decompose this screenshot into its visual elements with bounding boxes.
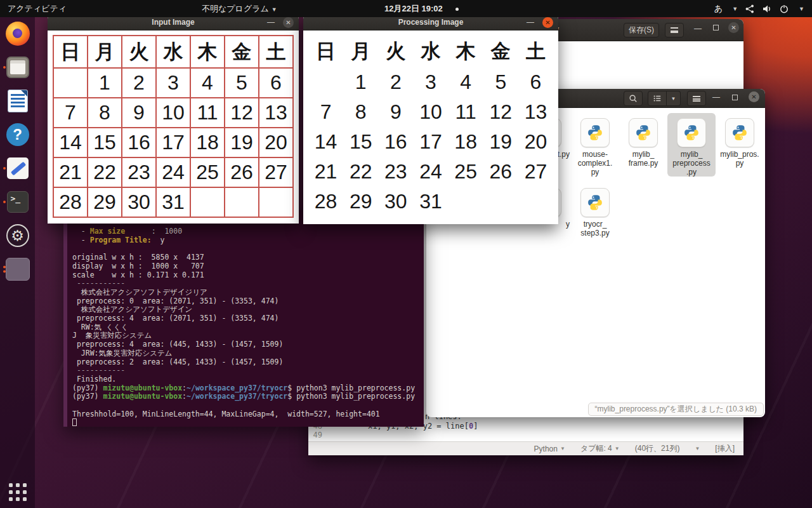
input-method-indicator[interactable]: あ	[714, 3, 723, 15]
calendar-date-cell: 22	[343, 157, 378, 187]
dock-item-files[interactable]	[4, 55, 32, 80]
gedit-maximize-button[interactable]	[713, 25, 719, 30]
calendar-date-cell: 19	[225, 128, 259, 157]
calendar-date-cell: 11	[190, 98, 225, 128]
terminal-line: J 象災害対応システム	[72, 331, 419, 340]
dock-item-settings[interactable]: ⚙	[4, 223, 32, 248]
show-applications-button[interactable]	[6, 480, 30, 504]
terminal-line: 株式会社アクシアソフトデザイジリア	[72, 288, 419, 297]
calendar-date-cell: 6	[518, 67, 553, 97]
gedit-menu-button[interactable]	[665, 23, 684, 37]
calendar-day-header: 火	[122, 36, 156, 68]
calendar-date-cell: 21	[53, 157, 88, 187]
dock-item-firefox[interactable]	[4, 21, 32, 46]
file-manager-menu-button[interactable]	[687, 91, 706, 106]
calendar-date-cell: 29	[88, 187, 122, 217]
file-name: tryocr_ step3.py	[580, 220, 609, 237]
calendar-date-cell: 24	[413, 157, 448, 187]
settings-gear-icon: ⚙	[6, 224, 29, 247]
calendar-date-cell: 16	[122, 128, 156, 157]
files-grid: t.pymouse- complex1. pymylib_ frame.pymy…	[523, 113, 765, 244]
dock-item-terminal[interactable]: >_	[4, 189, 32, 215]
calendar-date-cell: 14	[53, 128, 88, 157]
calendar-date-cell: 4	[190, 68, 225, 98]
dock-item-help[interactable]: ?	[4, 122, 32, 147]
calendar-date-cell: 9	[378, 97, 413, 127]
dock-item-running-app[interactable]	[4, 257, 32, 282]
network-icon	[745, 4, 755, 14]
window-title: Input Image	[152, 18, 194, 27]
gedit-minimize-button[interactable]: —	[694, 24, 702, 33]
terminal-line: scale w x h : 0.171 x 0.171	[72, 271, 419, 280]
line-number: 49	[308, 431, 327, 440]
fm-minimize-button[interactable]: —	[712, 93, 720, 102]
input-calendar-image: 日月火水木金土123456789101112131415161718192021…	[48, 30, 299, 224]
gedit-close-button[interactable]: ✕	[728, 22, 739, 33]
language-selector[interactable]: Python▼	[534, 444, 565, 453]
clock[interactable]: 12月22日 19:02	[379, 0, 448, 17]
fm-close-button[interactable]: ✕	[749, 91, 759, 102]
processing-image-window[interactable]: Processing Image — ✕ 日月火水木金土123456789101…	[303, 14, 558, 224]
chevron-down-icon: ▼	[732, 6, 738, 12]
calendar-date-cell: 2	[122, 68, 156, 98]
calendar-day-header: 火	[378, 35, 413, 67]
terminal-line: original w x h : 5850 x 4137	[72, 253, 419, 262]
dock: ? >_ ⚙	[0, 17, 35, 508]
terminal-line: Threshhold=100, MinLineLength=44, MaxLin…	[72, 410, 419, 419]
calendar-date-cell: 27	[259, 157, 293, 187]
fm-maximize-button[interactable]	[732, 95, 738, 100]
file-name: mylib_pros. py	[720, 150, 759, 168]
calendar-date-cell: 31	[156, 187, 190, 217]
chevron-down-icon[interactable]: ▼	[695, 446, 700, 451]
file-item[interactable]: mouse- complex1. py	[571, 113, 619, 177]
calendar-date-cell: 20	[518, 127, 553, 157]
chevron-down-icon: ▼	[799, 6, 804, 12]
tab-width-selector[interactable]: タブ幅: 4▼	[580, 443, 620, 454]
dock-item-libreoffice-writer[interactable]	[4, 88, 32, 114]
calendar-date-cell: 7	[308, 97, 343, 127]
terminal-window[interactable]: - Max size : 1000 - Program Title: y ori…	[63, 210, 424, 427]
minimize-button[interactable]: —	[526, 19, 535, 25]
calendar-date-cell: 14	[308, 127, 343, 157]
calendar-date-cell	[190, 187, 225, 217]
calendar-date-cell: 15	[88, 128, 122, 157]
calendar-date-cell: 11	[449, 97, 483, 127]
app-menu[interactable]: 不明なプログラム▼	[197, 0, 282, 17]
calendar-date-cell: 10	[413, 97, 448, 127]
calendar-day-header: 土	[518, 35, 553, 67]
file-item[interactable]: mylib_ frame.py	[619, 113, 667, 177]
close-button[interactable]: ✕	[283, 17, 294, 28]
calendar-day-header: 月	[88, 36, 122, 68]
terminal-line	[72, 401, 419, 410]
calendar-date-cell: 18	[449, 127, 483, 157]
terminal-line: 株式会社アクシアソフトデザイン	[72, 305, 419, 314]
file-name: mylib_ frame.py	[629, 150, 658, 168]
view-toggle-button[interactable]	[648, 91, 667, 106]
terminal-line: preprocess: 2 area: (445, 1433) - (1457,…	[72, 358, 419, 367]
file-item[interactable]: tryocr_ step3.py	[571, 183, 619, 237]
minimize-button[interactable]: —	[266, 19, 275, 25]
file-item[interactable]: mylib_ preprocess .py	[667, 113, 716, 177]
search-icon	[629, 94, 638, 103]
calendar-date-cell	[225, 187, 259, 217]
dock-item-text-editor[interactable]	[4, 156, 32, 181]
file-item[interactable]: mylib_pros. py	[716, 113, 764, 177]
save-button[interactable]: 保存(S)	[624, 23, 659, 37]
search-button[interactable]	[624, 91, 643, 106]
calendar-day-header: 日	[53, 36, 88, 68]
calendar-date-cell: 12	[225, 98, 259, 128]
calendar-date-cell	[259, 187, 293, 217]
input-image-window[interactable]: Input Image — ✕ 日月火水木金土12345678910111213…	[48, 14, 299, 224]
calendar-date-cell: 26	[225, 157, 259, 187]
activities-button[interactable]: アクティビティ	[3, 0, 72, 17]
calendar-date-cell: 21	[308, 157, 343, 187]
close-button[interactable]: ✕	[542, 17, 553, 28]
calendar-without-grid: 日月火水木金土123456789101112131415161718192021…	[308, 35, 553, 217]
top-bar: アクティビティ 不明なプログラム▼ 12月22日 19:02 あ ▼ ▼	[0, 0, 812, 17]
file-name: mylib_ preprocess .py	[672, 150, 710, 177]
view-options-dropdown[interactable]: ▼	[667, 91, 681, 106]
system-indicators[interactable]: あ ▼ ▼	[710, 0, 808, 17]
writer-icon	[8, 90, 28, 112]
terminal-line: JRW:気象災害対応システム	[72, 349, 419, 358]
calendar-day-header: 木	[449, 35, 483, 67]
